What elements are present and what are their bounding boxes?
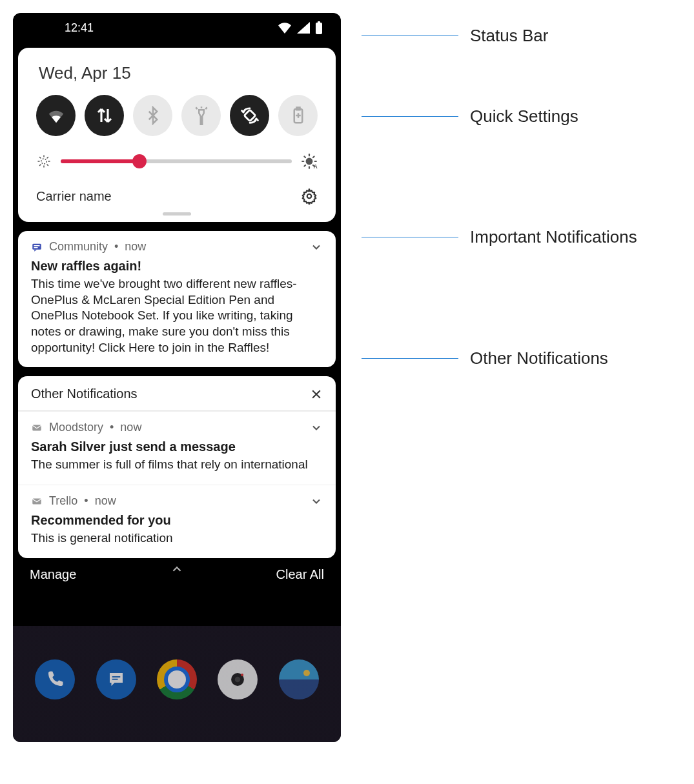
phone-frame: 12:41 Wed, Apr 15 bbox=[13, 13, 341, 742]
annotation-label: Quick Settings bbox=[362, 106, 578, 126]
annotation-leader-line bbox=[362, 237, 458, 237]
svg-rect-30 bbox=[112, 676, 120, 678]
rotate-toggle[interactable] bbox=[230, 95, 269, 136]
status-time: 12:41 bbox=[65, 21, 94, 35]
notif-body-text: The summer is full of films that rely on… bbox=[31, 457, 323, 473]
svg-rect-26 bbox=[34, 245, 40, 246]
annotation-label: Important Notifications bbox=[362, 227, 637, 247]
brightness-slider[interactable]: A bbox=[36, 153, 318, 170]
svg-line-19 bbox=[304, 156, 305, 157]
chevron-down-icon[interactable] bbox=[310, 241, 323, 254]
notif-time: now bbox=[125, 240, 146, 254]
svg-rect-0 bbox=[316, 23, 322, 34]
mail-icon bbox=[31, 496, 43, 507]
wifi-icon bbox=[278, 22, 292, 34]
mail-icon bbox=[31, 422, 43, 434]
other-notifications-header: Other Notifications bbox=[31, 387, 138, 401]
svg-line-12 bbox=[40, 165, 41, 165]
notif-app-name: Community bbox=[49, 240, 108, 254]
chrome-app-icon[interactable] bbox=[157, 659, 197, 699]
chevron-up-icon[interactable] bbox=[170, 562, 184, 576]
annotation-text: Status Bar bbox=[470, 26, 548, 46]
annotation-label: Other Notifications bbox=[362, 348, 608, 368]
annotation-text: Quick Settings bbox=[470, 106, 578, 126]
svg-line-21 bbox=[304, 165, 305, 166]
annotation-leader-line bbox=[362, 116, 458, 117]
manage-button[interactable]: Manage bbox=[30, 567, 76, 582]
svg-line-10 bbox=[40, 157, 41, 158]
other-notifications-card: Other Notifications Moodstory • now Sara… bbox=[18, 376, 336, 558]
dot-separator: • bbox=[84, 494, 88, 508]
svg-rect-29 bbox=[32, 498, 41, 504]
dock bbox=[13, 659, 341, 699]
svg-line-22 bbox=[313, 156, 314, 157]
notif-title: Recommended for you bbox=[31, 513, 323, 528]
notif-app-name: Moodstory bbox=[49, 421, 103, 434]
notif-app-name: Trello bbox=[49, 494, 77, 508]
drag-handle[interactable] bbox=[163, 212, 191, 216]
mobile-data-toggle[interactable] bbox=[85, 95, 124, 136]
gallery-app-icon[interactable] bbox=[279, 659, 319, 699]
community-app-icon bbox=[31, 241, 43, 253]
settings-icon[interactable] bbox=[301, 188, 318, 205]
chevron-down-icon[interactable] bbox=[310, 495, 323, 508]
camera-app-icon[interactable] bbox=[218, 659, 258, 699]
other-notification-item[interactable]: Trello • now Recommended for you This is… bbox=[18, 485, 336, 558]
dot-separator: • bbox=[114, 240, 118, 254]
flashlight-toggle[interactable] bbox=[181, 95, 221, 136]
notif-time: now bbox=[95, 494, 116, 508]
battery-saver-toggle[interactable] bbox=[278, 95, 318, 136]
annotation-leader-line bbox=[362, 358, 458, 359]
svg-line-13 bbox=[47, 157, 48, 158]
svg-point-34 bbox=[241, 674, 243, 676]
svg-line-11 bbox=[47, 165, 48, 165]
shade-footer: Manage Clear All bbox=[13, 558, 341, 582]
annotation-text: Important Notifications bbox=[470, 227, 637, 247]
status-icons bbox=[278, 21, 323, 34]
svg-point-24 bbox=[307, 194, 312, 199]
quick-settings-panel: Wed, Apr 15 bbox=[18, 48, 336, 222]
svg-rect-1 bbox=[318, 21, 320, 23]
notif-time: now bbox=[120, 421, 141, 434]
brightness-auto-icon: A bbox=[301, 153, 318, 170]
dot-separator: • bbox=[110, 421, 114, 434]
svg-rect-25 bbox=[32, 243, 41, 249]
wifi-toggle[interactable] bbox=[36, 95, 76, 136]
brightness-track[interactable] bbox=[61, 159, 292, 163]
notif-title: New raffles again! bbox=[31, 259, 323, 274]
annotation-text: Other Notifications bbox=[470, 348, 608, 368]
phone-app-icon[interactable] bbox=[35, 659, 75, 699]
close-icon[interactable] bbox=[310, 388, 323, 401]
annotation-label: Status Bar bbox=[362, 26, 548, 46]
qs-toggles-row bbox=[34, 95, 320, 136]
important-notification[interactable]: Community • now New raffles again! This … bbox=[18, 231, 336, 367]
notif-title: Sarah Silver just send a message bbox=[31, 439, 323, 454]
carrier-name: Carrier name bbox=[36, 189, 112, 204]
clear-all-button[interactable]: Clear All bbox=[276, 567, 324, 582]
svg-point-33 bbox=[235, 677, 241, 683]
annotation-leader-line bbox=[362, 35, 458, 36]
bluetooth-toggle[interactable] bbox=[133, 95, 172, 136]
signal-icon bbox=[297, 22, 310, 34]
svg-text:A: A bbox=[314, 163, 318, 170]
svg-rect-2 bbox=[244, 110, 256, 121]
brightness-low-icon bbox=[36, 154, 52, 169]
other-notification-item[interactable]: Moodstory • now Sarah Silver just send a… bbox=[18, 411, 336, 485]
chevron-down-icon[interactable] bbox=[310, 421, 323, 434]
notif-body-text: This time we've brought two different ne… bbox=[31, 276, 323, 356]
battery-icon bbox=[315, 21, 323, 34]
svg-point-5 bbox=[41, 159, 46, 164]
messages-app-icon[interactable] bbox=[96, 659, 136, 699]
notif-body-text: This is general notification bbox=[31, 530, 323, 547]
svg-rect-28 bbox=[32, 425, 41, 430]
svg-rect-27 bbox=[34, 247, 38, 248]
svg-point-14 bbox=[306, 158, 313, 165]
status-bar: 12:41 bbox=[13, 13, 341, 43]
svg-rect-31 bbox=[112, 679, 117, 680]
qs-date: Wed, Apr 15 bbox=[39, 63, 315, 83]
